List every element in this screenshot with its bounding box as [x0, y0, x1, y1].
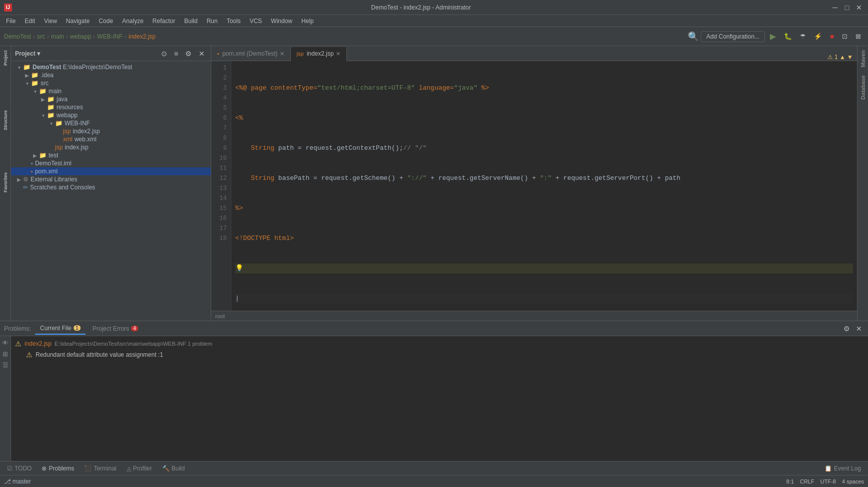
- menu-analyze[interactable]: Analyze: [118, 17, 148, 26]
- project-errors-tab[interactable]: Project Errors 4: [88, 323, 143, 334]
- breadcrumb-webapp[interactable]: webapp: [70, 33, 91, 40]
- expand-all-btn[interactable]: ⊞: [1, 349, 10, 358]
- tree-item-idea[interactable]: ▶ 📁 .idea: [11, 71, 211, 79]
- structure-sidebar-toggle[interactable]: Structure: [1, 110, 10, 130]
- title-text: DemoTest - index2.jsp - Administrator: [371, 4, 471, 11]
- project-sidebar-toggle[interactable]: Project: [1, 48, 10, 68]
- detail-warning-icon: ⚠: [26, 351, 33, 359]
- todo-button[interactable]: ☑ TODO: [4, 464, 35, 473]
- project-header: Project ▾ ⊙ ≡ ⚙ ✕: [11, 46, 211, 61]
- tree-item-webapp[interactable]: ▾ 📁 webapp: [11, 111, 211, 119]
- problem-filename: index2.jsp: [25, 340, 52, 347]
- problems-icon: ⊗: [42, 465, 47, 472]
- maximize-button[interactable]: □: [842, 3, 852, 13]
- breadcrumb-webinf[interactable]: WEB-INF: [97, 33, 123, 40]
- tree-item-test[interactable]: ▶ 📁 test: [11, 151, 211, 159]
- build-icon: 🔨: [162, 465, 170, 472]
- stop-button[interactable]: ■: [827, 31, 837, 42]
- code-editor[interactable]: 1 2 3 4 5 6 7 8 9 10 11 12 13 14 15 16 1…: [211, 61, 857, 311]
- event-log-icon: 📋: [824, 465, 832, 472]
- terminal-button[interactable]: ⬛ Terminal: [81, 464, 119, 473]
- tree-item-src[interactable]: ▾ 📁 src: [11, 79, 211, 87]
- database-sidebar-tab[interactable]: Database: [858, 71, 867, 104]
- tree-item-pom-xml[interactable]: ▪ pom.xml: [11, 167, 211, 175]
- menu-build[interactable]: Build: [180, 17, 202, 26]
- code-line-6: <!DOCTYPE html>: [235, 233, 853, 243]
- minimize-button[interactable]: ─: [830, 3, 840, 13]
- breadcrumb-main[interactable]: main: [51, 33, 64, 40]
- problems-button[interactable]: ⊗ Problems: [39, 464, 77, 473]
- breadcrumb-demotest[interactable]: DemoTest: [4, 33, 31, 40]
- tree-item-index2-jsp[interactable]: jsp index2.jsp: [11, 127, 211, 135]
- current-file-tab[interactable]: Current File 1: [35, 323, 86, 335]
- favorites-sidebar-toggle[interactable]: Favorites: [1, 172, 10, 192]
- breadcrumb-file[interactable]: index2.jsp: [129, 33, 156, 40]
- coverage-button[interactable]: ☂: [797, 31, 809, 42]
- build-button[interactable]: 🔨 Build: [159, 464, 188, 473]
- tree-item-scratches[interactable]: ✏ Scratches and Consoles: [11, 183, 211, 191]
- project-title: Project ▾: [15, 50, 156, 57]
- tree-item-demotest-iml[interactable]: ▪ DemoTest.iml: [11, 159, 211, 167]
- tree-item-external-libraries[interactable]: ▶ ⚙ External Libraries: [11, 175, 211, 183]
- project-scope-btn[interactable]: ⊙: [159, 49, 169, 59]
- bottom-close-btn[interactable]: ✕: [854, 324, 864, 334]
- debug-button[interactable]: 🐛: [781, 31, 795, 42]
- git-branch[interactable]: ⎇ master: [4, 478, 31, 485]
- menu-file[interactable]: File: [2, 17, 20, 26]
- tree-item-index-jsp[interactable]: jsp index.jsp: [11, 143, 211, 151]
- profile-button[interactable]: ⚡: [811, 31, 825, 42]
- line-col-indicator[interactable]: 8:1: [786, 478, 794, 484]
- bottom-settings-btn[interactable]: ⚙: [841, 324, 852, 334]
- code-content[interactable]: <%@ page contentType="text/html;charset=…: [231, 61, 857, 311]
- bottom-toolbar: ☑ TODO ⊗ Problems ⬛ Terminal ◬ Profiler …: [0, 461, 868, 475]
- editor-warning-indicator: ⚠ 1 ▲ ▼: [823, 54, 857, 61]
- tree-item-web-xml[interactable]: xml web.xml: [11, 135, 211, 143]
- line-separator-indicator[interactable]: CRLF: [800, 478, 814, 484]
- inspections-icon[interactable]: 🔍: [688, 31, 699, 42]
- encoding-indicator[interactable]: UTF-8: [820, 478, 836, 484]
- menu-edit[interactable]: Edit: [21, 17, 39, 26]
- profiler-button[interactable]: ◬ Profiler: [124, 464, 155, 473]
- view-toggle-btn[interactable]: 👁: [1, 338, 10, 347]
- problems-label: Problems:: [4, 325, 31, 332]
- indent-indicator[interactable]: 4 spaces: [842, 478, 864, 484]
- event-log-button[interactable]: 📋 Event Log: [821, 464, 864, 473]
- maven-sidebar-tab[interactable]: Maven: [858, 46, 867, 71]
- editor-status-bar: root: [211, 311, 857, 321]
- profiler-icon: ◬: [127, 465, 131, 472]
- add-configuration-button[interactable]: Add Configuration...: [701, 31, 765, 42]
- run-button[interactable]: ▶: [767, 31, 779, 42]
- tree-root[interactable]: ▾ 📁 DemoTest E:\IdeaProjects\DemoTest: [11, 63, 211, 71]
- tab-pom-xml[interactable]: ▪ pom.xml (DemoTest) ✕: [211, 47, 291, 61]
- tree-item-resources[interactable]: 📁 resources: [11, 103, 211, 111]
- expand-button[interactable]: ⊡: [839, 31, 850, 42]
- tree-item-java[interactable]: ▶ 📁 java: [11, 95, 211, 103]
- app-icon: IJ: [4, 4, 12, 12]
- problem-detail-row[interactable]: ⚠ Redundant default attribute value assi…: [11, 349, 868, 360]
- problem-filepath: E:\IdeaProjects\DemoTest\src\main\webapp…: [55, 341, 212, 347]
- menu-navigate[interactable]: Navigate: [62, 17, 94, 26]
- tree-item-webinf[interactable]: ▾ 📁 WEB-INF: [11, 119, 211, 127]
- project-close-btn[interactable]: ✕: [197, 49, 207, 59]
- breadcrumb-src[interactable]: src: [37, 33, 45, 40]
- menu-window[interactable]: Window: [267, 17, 296, 26]
- todo-icon: ☑: [7, 465, 13, 472]
- project-settings-btn[interactable]: ⚙: [183, 49, 194, 59]
- menu-code[interactable]: Code: [95, 17, 117, 26]
- shrink-button[interactable]: ⊠: [852, 31, 864, 42]
- line-numbers: 1 2 3 4 5 6 7 8 9 10 11 12 13 14 15 16 1…: [211, 61, 231, 311]
- menu-refactor[interactable]: Refactor: [149, 17, 179, 26]
- collapse-all-btn[interactable]: ☰: [1, 360, 10, 369]
- menu-run[interactable]: Run: [203, 17, 222, 26]
- problems-content: ⚠ index2.jsp E:\IdeaProjects\DemoTest\sr…: [11, 336, 868, 461]
- menu-view[interactable]: View: [40, 17, 61, 26]
- menu-tools[interactable]: Tools: [223, 17, 245, 26]
- tree-item-main[interactable]: ▾ 📁 main: [11, 87, 211, 95]
- menu-vcs[interactable]: VCS: [246, 17, 266, 26]
- window-controls: ─ □ ✕: [830, 3, 864, 13]
- project-collapse-btn[interactable]: ≡: [172, 49, 180, 59]
- menu-help[interactable]: Help: [297, 17, 318, 26]
- close-button[interactable]: ✕: [854, 3, 864, 13]
- tab-index2-jsp[interactable]: jsp index2.jsp ✕: [291, 47, 347, 61]
- problem-file-row[interactable]: ⚠ index2.jsp E:\IdeaProjects\DemoTest\sr…: [11, 338, 868, 349]
